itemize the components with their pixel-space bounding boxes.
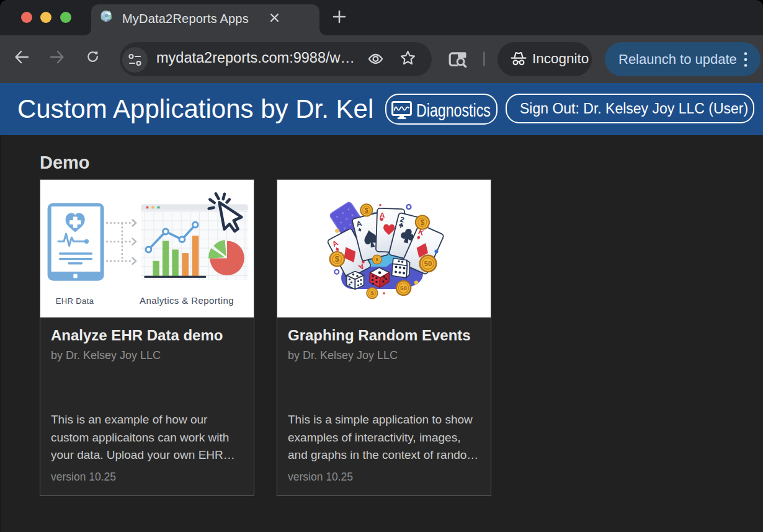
svg-text:Analytics & Reporting: Analytics & Reporting — [140, 295, 234, 306]
svg-text:EHR Data: EHR Data — [56, 296, 94, 306]
